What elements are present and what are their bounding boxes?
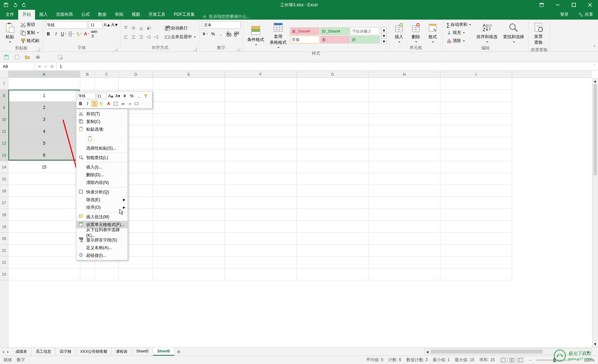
tab-数据[interactable]: 数据: [94, 9, 111, 20]
mini-fill-color-icon[interactable]: [98, 101, 105, 107]
cell[interactable]: [225, 233, 297, 245]
select-all-corner[interactable]: [0, 71, 8, 78]
context-menu-item[interactable]: 粘贴选项:: [76, 125, 128, 133]
gallery-up-icon[interactable]: ▴: [382, 27, 386, 33]
invoice-check-button[interactable]: 发票 查验: [531, 21, 546, 46]
context-menu-item[interactable]: 插入(I)...: [76, 163, 128, 171]
cell[interactable]: [225, 256, 297, 268]
cell[interactable]: [369, 197, 440, 209]
style-chip[interactable]: 差_Sheet4: [290, 27, 319, 35]
qat-new-icon[interactable]: [14, 54, 20, 60]
cell[interactable]: [8, 78, 80, 90]
cell[interactable]: [297, 161, 369, 173]
phonetic-icon[interactable]: wén文: [91, 31, 98, 37]
cell[interactable]: [153, 102, 225, 114]
cell[interactable]: [95, 268, 119, 280]
font-dialog-icon[interactable]: [114, 47, 117, 51]
cell[interactable]: [440, 173, 512, 185]
cell[interactable]: [225, 149, 297, 161]
col-header-B[interactable]: B: [80, 71, 95, 77]
mini-font-name[interactable]: [77, 93, 96, 99]
number-format-combo[interactable]: [202, 21, 241, 29]
font-size-combo[interactable]: [89, 21, 103, 29]
borders-icon[interactable]: [68, 31, 75, 37]
mini-font-size[interactable]: [96, 93, 107, 99]
align-center-icon[interactable]: [130, 34, 137, 40]
cell[interactable]: [8, 256, 80, 268]
sheet-tab[interactable]: 员工信息: [32, 348, 56, 356]
context-menu-item[interactable]: wén文显示拼音字段(S): [76, 236, 128, 244]
decrease-decimal-icon[interactable]: .00.0: [233, 31, 239, 37]
cell[interactable]: [153, 221, 225, 233]
align-middle-icon[interactable]: [130, 25, 137, 31]
context-menu-item[interactable]: 筛选(E)▶: [76, 196, 128, 204]
row-header[interactable]: 14: [0, 161, 8, 173]
find-select-button[interactable]: 查找和选择: [501, 21, 526, 44]
wrap-text-button[interactable]: abc自动换行: [163, 25, 198, 32]
row-header[interactable]: 23: [0, 268, 8, 280]
cell[interactable]: [440, 256, 512, 268]
mini-percent-icon[interactable]: %: [129, 93, 135, 99]
tab-开发工具[interactable]: 开发工具: [144, 9, 170, 20]
merge-center-button[interactable]: 合并后居中: [163, 33, 198, 41]
cell[interactable]: [369, 245, 440, 256]
cell[interactable]: [440, 114, 512, 125]
undo-icon[interactable]: [13, 2, 18, 7]
cell[interactable]: [80, 78, 95, 90]
cell[interactable]: [225, 78, 297, 90]
row-header[interactable]: 17: [0, 197, 8, 209]
insert-cells-button[interactable]: 插入: [391, 21, 407, 44]
collapse-ribbon-icon[interactable]: ˄: [591, 20, 598, 51]
mini-dec-font-icon[interactable]: A▾: [115, 93, 121, 99]
cell[interactable]: [225, 209, 297, 221]
minimize-icon[interactable]: [550, 0, 566, 10]
cell[interactable]: [369, 114, 440, 125]
context-menu-item[interactable]: 清除内容(N): [76, 179, 128, 186]
bold-icon[interactable]: B: [45, 31, 51, 37]
context-menu-item[interactable]: 复制(C): [76, 118, 128, 125]
cell[interactable]: [225, 161, 297, 173]
accounting-icon[interactable]: ¥: [202, 31, 208, 37]
cell[interactable]: 1: [8, 90, 80, 102]
cell[interactable]: [153, 185, 225, 197]
row-header[interactable]: 13: [0, 149, 8, 161]
cell[interactable]: [8, 185, 80, 197]
cell[interactable]: [153, 125, 225, 137]
col-header-H[interactable]: H: [369, 71, 440, 77]
mini-dec-decimal-icon[interactable]: .0: [126, 101, 133, 107]
row-header[interactable]: 16: [0, 185, 8, 197]
context-menu-item[interactable]: 删除(D)...: [76, 171, 128, 179]
increase-indent-icon[interactable]: [153, 34, 160, 40]
cell[interactable]: [440, 233, 512, 245]
autosum-button[interactable]: ∑自动求和: [445, 21, 473, 28]
cell[interactable]: [153, 268, 225, 280]
number-dialog-icon[interactable]: [236, 47, 240, 51]
vertical-scrollbar[interactable]: ▴▾: [592, 78, 598, 347]
cell[interactable]: [8, 245, 80, 256]
cell[interactable]: [225, 137, 297, 149]
mini-inc-font-icon[interactable]: A▴: [108, 93, 114, 99]
cell[interactable]: [225, 245, 297, 256]
cell[interactable]: [297, 102, 369, 114]
row-header[interactable]: 18: [0, 209, 8, 221]
cell[interactable]: [369, 173, 440, 185]
cell[interactable]: [225, 268, 297, 280]
cut-button[interactable]: 剪切: [19, 21, 41, 28]
name-box[interactable]: [0, 62, 35, 70]
tab-插入[interactable]: 插入: [35, 9, 52, 20]
qat-open-icon[interactable]: [25, 54, 30, 60]
cell[interactable]: [297, 233, 369, 245]
cell[interactable]: [153, 90, 225, 102]
cell[interactable]: [297, 149, 369, 161]
context-menu-item[interactable]: 排序(O)▶: [76, 204, 128, 211]
row-header[interactable]: 8: [0, 90, 8, 102]
context-menu-item[interactable]: 从下拉列表中选择(K)...: [76, 228, 128, 236]
conditional-format-button[interactable]: 条件格式: [245, 24, 266, 47]
cell[interactable]: [225, 90, 297, 102]
cell[interactable]: 15: [8, 161, 80, 173]
cell[interactable]: [119, 268, 153, 280]
cell[interactable]: [225, 102, 297, 114]
decrease-indent-icon[interactable]: [146, 34, 152, 40]
paste-button[interactable]: 粘贴: [2, 21, 18, 44]
qat-quickprint-icon[interactable]: [35, 54, 41, 60]
